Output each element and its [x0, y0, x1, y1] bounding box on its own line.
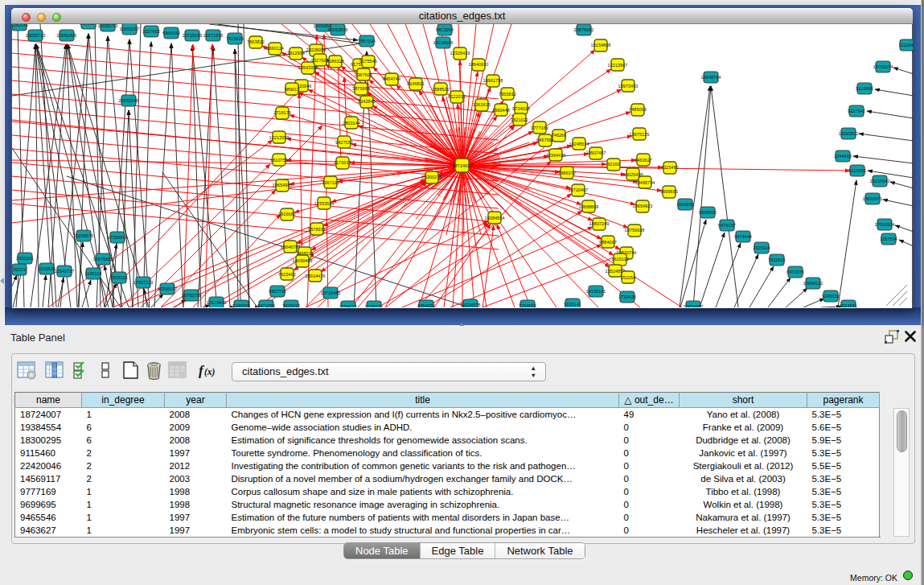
svg-text:1005327: 1005327	[80, 24, 97, 26]
svg-text:9457791: 9457791	[269, 289, 286, 294]
svg-text:16055753: 16055753	[98, 24, 118, 28]
svg-text:7254063: 7254063	[519, 303, 536, 307]
svg-text:7663822: 7663822	[247, 39, 265, 44]
svg-text:13495794: 13495794	[635, 180, 655, 185]
svg-text:1990448: 1990448	[492, 108, 510, 113]
svg-text:14099489: 14099489	[293, 258, 313, 263]
svg-text:12213393: 12213393	[269, 135, 290, 140]
svg-text:9136522: 9136522	[365, 304, 383, 307]
svg-text:8471676: 8471676	[786, 270, 804, 274]
svg-text:10973493: 10973493	[618, 84, 639, 89]
svg-text:19654985: 19654985	[273, 183, 293, 187]
svg-text:10688609: 10688609	[579, 204, 599, 209]
svg-text:1733426: 1733426	[618, 295, 636, 299]
svg-text:3875685: 3875685	[352, 86, 370, 91]
svg-text:1145114: 1145114	[85, 271, 102, 276]
svg-text:9227342: 9227342	[848, 109, 865, 113]
svg-text:17359914: 17359914	[108, 235, 128, 240]
svg-text:10543392: 10543392	[298, 65, 318, 70]
svg-text:7955812: 7955812	[499, 92, 516, 97]
svg-text:9884067: 9884067	[599, 240, 617, 245]
svg-text:25300275: 25300275	[422, 175, 442, 179]
svg-text:16782759: 16782759	[182, 293, 202, 298]
svg-text:20364436: 20364436	[546, 153, 566, 158]
svg-text:12093822: 12093822	[839, 131, 859, 136]
svg-text:16961758: 16961758	[483, 78, 503, 83]
svg-text:9129966: 9129966	[856, 86, 873, 91]
svg-text:13975125: 13975125	[630, 132, 650, 137]
svg-text:39153: 39153	[13, 267, 26, 272]
svg-text:7485003: 7485003	[629, 107, 647, 112]
svg-text:10654987: 10654987	[684, 304, 704, 307]
svg-text:1167534: 1167534	[880, 237, 897, 241]
svg-text:12353594: 12353594	[314, 201, 335, 206]
svg-text:7515526: 7515526	[226, 36, 244, 41]
svg-text:20876682: 20876682	[574, 27, 594, 32]
svg-text:17016504: 17016504	[875, 222, 895, 227]
svg-text:9136141: 9136141	[564, 302, 581, 307]
svg-text:8186328: 8186328	[326, 59, 344, 64]
svg-text:29053346: 29053346	[119, 98, 139, 103]
svg-text:18807249: 18807249	[589, 221, 610, 226]
svg-text:9245652: 9245652	[822, 294, 840, 299]
svg-text:10507487: 10507487	[586, 150, 606, 155]
svg-text:8938923: 8938923	[699, 210, 717, 215]
svg-text:8454749: 8454749	[383, 76, 400, 81]
svg-text:6479197: 6479197	[718, 223, 736, 228]
svg-text:1621022: 1621022	[511, 117, 528, 122]
svg-text:8813054: 8813054	[436, 27, 454, 32]
svg-text:2718176: 2718176	[273, 110, 291, 115]
svg-text:19756928: 19756928	[625, 228, 645, 233]
svg-text:1170017: 1170017	[334, 160, 351, 165]
svg-text:7625402: 7625402	[278, 272, 296, 277]
svg-text:9427552: 9427552	[335, 140, 353, 145]
svg-text:19055713: 19055713	[26, 33, 46, 38]
svg-text:746266: 746266	[552, 133, 567, 138]
svg-text:10958107: 10958107	[158, 286, 178, 291]
svg-text:20206576: 20206576	[74, 233, 94, 238]
svg-text:1054112: 1054112	[339, 304, 356, 307]
svg-text:2505115: 2505115	[110, 275, 127, 280]
svg-text:18724007: 18724007	[453, 163, 473, 168]
svg-text:9024551: 9024551	[840, 303, 857, 307]
svg-text:8254032: 8254032	[417, 303, 435, 307]
svg-text:7632621: 7632621	[768, 257, 786, 262]
svg-text:1527602: 1527602	[142, 29, 160, 34]
svg-text:10654122: 10654122	[803, 281, 823, 286]
svg-text:9474444: 9474444	[734, 234, 752, 239]
svg-text:5578332: 5578332	[308, 227, 326, 232]
svg-text:16154808: 16154808	[591, 43, 611, 47]
svg-text:6497568: 6497568	[536, 138, 554, 142]
svg-text:16671355: 16671355	[203, 33, 224, 38]
svg-text:9146821: 9146821	[407, 81, 425, 86]
svg-text:1615112: 1615112	[611, 257, 628, 262]
svg-text:7986372: 7986372	[558, 171, 576, 175]
svg-text:1610755: 1610755	[270, 158, 288, 163]
svg-text:989013: 989013	[285, 87, 300, 92]
svg-text:9777169: 9777169	[531, 126, 548, 130]
svg-text:10053809: 10053809	[328, 27, 348, 32]
svg-text:9734028: 9734028	[512, 106, 530, 111]
svg-text:9699695: 9699695	[660, 189, 678, 194]
svg-text:1156829: 1156829	[38, 266, 55, 271]
svg-text:2935001: 2935001	[16, 256, 34, 261]
svg-text:19384554: 19384554	[485, 216, 505, 220]
svg-text:10245514: 10245514	[569, 142, 589, 146]
svg-text:18640910: 18640910	[469, 62, 489, 67]
svg-text:3267110: 3267110	[322, 180, 339, 185]
svg-text:15751074: 15751074	[873, 64, 893, 69]
svg-text:8660124: 8660124	[266, 46, 284, 51]
svg-text:17957223: 17957223	[133, 280, 154, 285]
svg-text:10719155: 10719155	[183, 33, 203, 38]
svg-text:2367608: 2367608	[355, 72, 372, 77]
svg-text:1242845: 1242845	[358, 99, 376, 104]
svg-text:16914479: 16914479	[306, 274, 326, 278]
svg-text:12325419: 12325419	[450, 51, 470, 56]
svg-text:1244419: 1244419	[834, 154, 852, 159]
svg-text:14136141: 14136141	[586, 289, 606, 294]
svg-text:10224578: 10224578	[461, 303, 481, 307]
svg-text:9463627: 9463627	[634, 158, 652, 163]
svg-text:15716485: 15716485	[321, 290, 341, 295]
svg-text:12923443: 12923443	[207, 300, 227, 305]
svg-text:9175546: 9175546	[359, 59, 377, 64]
